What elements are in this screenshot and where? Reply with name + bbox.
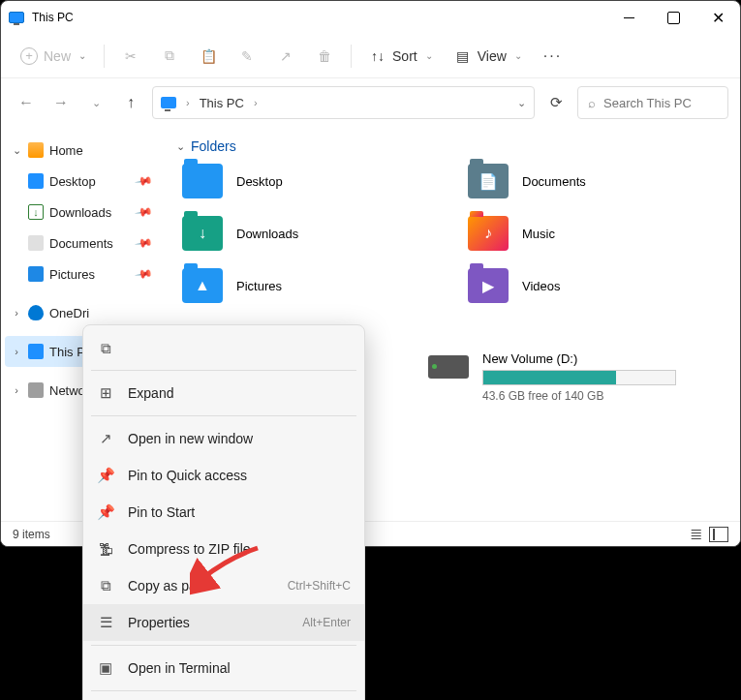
ctx-copy-path[interactable]: ⧉ Copy as path Ctrl+Shift+C xyxy=(83,567,364,604)
ctx-terminal[interactable]: ▣ Open in Terminal xyxy=(83,650,364,686)
folder-icon xyxy=(182,164,223,198)
sidebar-item-downloads[interactable]: Downloads 📌 xyxy=(5,197,157,228)
minimize-button[interactable] xyxy=(606,1,651,34)
sidebar-item-desktop[interactable]: Desktop 📌 xyxy=(5,166,157,197)
expand-icon: ⊞ xyxy=(97,384,114,402)
folder-icon: ▶ xyxy=(468,268,509,303)
section-label: Folders xyxy=(191,138,236,154)
chevron-down-icon[interactable]: ⌄ xyxy=(517,97,526,109)
ctx-label: Open in Terminal xyxy=(128,660,351,676)
ctx-label: Properties xyxy=(128,615,289,630)
address-bar[interactable]: › This PC › ⌄ xyxy=(152,86,535,119)
ctx-expand[interactable]: ⊞ Expand xyxy=(83,375,364,411)
onedrive-icon xyxy=(28,305,44,320)
folder-music[interactable]: ♪ Music xyxy=(468,216,725,251)
home-icon xyxy=(28,142,44,158)
network-icon xyxy=(28,382,44,398)
folder-label: Music xyxy=(522,227,555,241)
paste-button[interactable]: 📋 xyxy=(190,42,227,71)
drive-usage-bar xyxy=(482,370,676,385)
view-icon: ▤ xyxy=(454,47,472,65)
rename-icon: ✎ xyxy=(238,47,256,65)
sidebar-item-documents[interactable]: Documents 📌 xyxy=(5,228,157,259)
close-button[interactable]: ✕ xyxy=(695,1,740,34)
folder-downloads[interactable]: ↓ Downloads xyxy=(182,216,439,251)
view-label: View xyxy=(478,48,507,64)
sidebar-item-label: Pictures xyxy=(49,267,95,282)
sidebar-item-home[interactable]: Home xyxy=(5,135,157,166)
forward-button[interactable]: → xyxy=(47,89,75,116)
back-button[interactable]: ← xyxy=(13,89,40,116)
share-button[interactable]: ↗ xyxy=(267,42,304,71)
refresh-button[interactable]: ⟳ xyxy=(542,86,570,119)
folder-pictures[interactable]: ▲ Pictures xyxy=(182,268,439,303)
separator xyxy=(91,690,356,691)
section-header-folders[interactable]: ⌄ Folders xyxy=(176,138,725,154)
copy-button[interactable]: ⧉ xyxy=(151,42,188,71)
folder-documents[interactable]: 📄 Documents xyxy=(468,164,725,198)
details-view-button[interactable] xyxy=(686,527,705,542)
folder-icon: ▲ xyxy=(182,268,223,303)
breadcrumb[interactable]: This PC xyxy=(200,96,244,110)
sidebar-item-pictures[interactable]: Pictures 📌 xyxy=(5,259,157,289)
cut-button[interactable]: ✂ xyxy=(112,42,149,71)
plus-icon: + xyxy=(20,47,38,65)
separator xyxy=(91,415,356,416)
rename-button[interactable]: ✎ xyxy=(229,42,265,71)
paste-icon: 📋 xyxy=(200,47,217,65)
ctx-pin-quick[interactable]: 📌 Pin to Quick access xyxy=(83,457,364,494)
drive-name: New Volume (D:) xyxy=(482,351,676,366)
ctx-label: Pin to Start xyxy=(128,504,351,520)
more-button[interactable]: ··· xyxy=(534,42,571,71)
ctx-shortcut: Alt+Enter xyxy=(302,616,351,629)
sort-button[interactable]: ↑↓ Sort ⌄ xyxy=(359,42,443,71)
search-box[interactable]: ⌕ xyxy=(577,86,728,119)
folder-label: Documents xyxy=(522,174,586,189)
search-icon: ⌕ xyxy=(588,96,596,110)
ctx-open-new-window[interactable]: ↗ Open in new window xyxy=(83,420,364,457)
sort-icon: ↑↓ xyxy=(369,47,386,65)
new-button[interactable]: + New ⌄ xyxy=(11,42,96,71)
delete-icon: 🗑 xyxy=(316,47,333,65)
titlebar: This PC ✕ xyxy=(1,1,740,34)
folder-label: Desktop xyxy=(236,174,283,189)
view-button[interactable]: ▤ View ⌄ xyxy=(445,42,532,71)
chevron-right-icon: › xyxy=(254,97,258,108)
pin-icon: 📌 xyxy=(134,202,153,222)
search-input[interactable] xyxy=(603,96,718,110)
ctx-zip[interactable]: 🗜 Compress to ZIP file xyxy=(83,531,364,567)
separator xyxy=(351,45,352,68)
ctx-properties[interactable]: ☰ Properties Alt+Enter xyxy=(83,604,364,641)
chevron-right-icon[interactable] xyxy=(11,384,22,396)
recent-button[interactable]: ⌄ xyxy=(82,89,109,116)
nav-row: ← → ⌄ ↑ › This PC › ⌄ ⟳ ⌕ xyxy=(1,78,740,127)
window-title: This PC xyxy=(32,11,74,24)
sort-label: Sort xyxy=(392,48,417,64)
chevron-right-icon[interactable] xyxy=(11,307,22,319)
pictures-icon xyxy=(28,266,44,282)
ctx-pin-start[interactable]: 📌 Pin to Start xyxy=(83,494,364,531)
zip-icon: 🗜 xyxy=(97,540,114,558)
ctx-more-options[interactable]: ▤ Show more options Shift+F10 xyxy=(83,695,364,700)
folder-desktop[interactable]: Desktop xyxy=(182,164,439,198)
desktop-icon xyxy=(28,173,44,189)
chevron-down-icon: ⌄ xyxy=(425,50,433,61)
delete-button[interactable]: 🗑 xyxy=(306,42,343,71)
terminal-icon: ▣ xyxy=(97,659,114,677)
maximize-button[interactable] xyxy=(651,1,695,34)
sidebar-item-label: Downloads xyxy=(49,205,111,220)
folder-videos[interactable]: ▶ Videos xyxy=(468,268,725,303)
copy-icon[interactable]: ⧉ xyxy=(97,340,114,357)
drive-subtext: 43.6 GB free of 140 GB xyxy=(482,389,676,403)
pin-icon: 📌 xyxy=(134,171,153,191)
chevron-down-icon[interactable] xyxy=(11,144,22,157)
pin-icon: 📌 xyxy=(134,233,153,253)
chevron-right-icon: › xyxy=(186,97,190,108)
pin-icon: 📌 xyxy=(134,264,153,284)
up-button[interactable]: ↑ xyxy=(117,89,144,116)
dots-icon: ··· xyxy=(543,47,562,65)
chevron-right-icon[interactable] xyxy=(11,346,22,357)
drive-item[interactable]: New Volume (D:) 43.6 GB free of 140 GB xyxy=(428,351,725,403)
tiles-view-button[interactable] xyxy=(709,527,728,542)
drive-info: New Volume (D:) 43.6 GB free of 140 GB xyxy=(482,351,676,403)
